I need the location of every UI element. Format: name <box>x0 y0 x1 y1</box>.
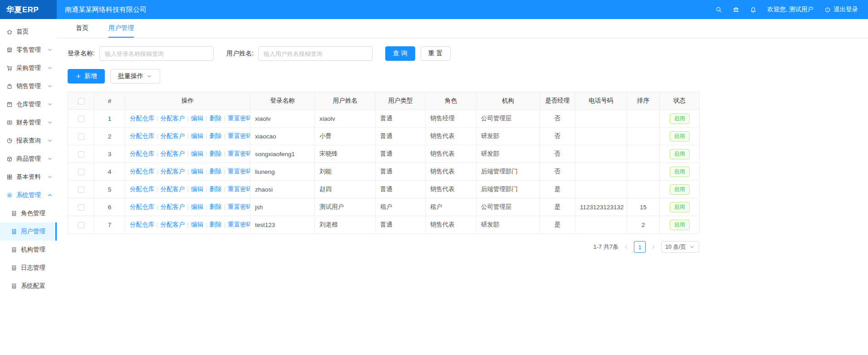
action-divider: | <box>187 115 189 122</box>
edit-link[interactable]: 编辑 <box>191 168 203 175</box>
status-badge[interactable]: 启用 <box>670 184 690 195</box>
tab-home[interactable]: 首页 <box>76 19 88 38</box>
reset-password-link[interactable]: 重置密码 <box>228 203 250 210</box>
delete-link[interactable]: 删除 <box>210 203 222 210</box>
sidebar-item-sales[interactable]: 销售管理 <box>0 77 57 95</box>
tab-user-management[interactable]: 用户管理 <box>108 19 134 38</box>
reset-password-link[interactable]: 重置密码 <box>228 133 250 139</box>
prev-page-button[interactable] <box>623 244 629 250</box>
cell-user-name: 刘能 <box>315 163 376 181</box>
cell-org: 公司管理层 <box>476 110 540 128</box>
bank-icon[interactable] <box>733 6 739 13</box>
assign-customer-link[interactable]: 分配客户 <box>161 115 185 122</box>
reset-password-link[interactable]: 重置密码 <box>228 150 250 157</box>
status-badge[interactable]: 启用 <box>670 131 690 142</box>
delete-link[interactable]: 删除 <box>210 186 222 192</box>
reset-password-link[interactable]: 重置密码 <box>228 221 250 228</box>
edit-link[interactable]: 编辑 <box>191 150 203 157</box>
cell-user-name: 赵四 <box>315 181 376 198</box>
delete-link[interactable]: 删除 <box>210 221 222 228</box>
reset-password-link[interactable]: 重置密码 <box>228 186 250 192</box>
cell-index: 7 <box>94 216 125 234</box>
reset-password-link[interactable]: 重置密码 <box>228 115 250 122</box>
delete-link[interactable]: 删除 <box>210 133 222 139</box>
sidebar-item-retail[interactable]: 零售管理 <box>0 41 57 59</box>
app-logo[interactable]: 华夏ERP <box>0 0 57 19</box>
login-name-label: 登录名称: <box>68 49 95 58</box>
batch-actions-button[interactable]: 批量操作 <box>110 69 160 84</box>
edit-link[interactable]: 编辑 <box>191 133 203 139</box>
assign-warehouse-link[interactable]: 分配仓库 <box>130 150 154 157</box>
action-divider: | <box>157 133 158 139</box>
assign-customer-link[interactable]: 分配客户 <box>161 203 185 210</box>
assign-customer-link[interactable]: 分配客户 <box>161 133 185 139</box>
chevron-down-icon <box>47 156 53 162</box>
status-badge[interactable]: 启用 <box>670 167 690 177</box>
login-name-input[interactable] <box>99 46 214 61</box>
sidebar-subitem-role[interactable]: 角色管理 <box>0 204 57 222</box>
row-checkbox[interactable] <box>78 222 84 228</box>
search-icon[interactable] <box>716 6 722 13</box>
row-checkbox[interactable] <box>78 187 84 193</box>
sidebar-subitem-config[interactable]: 系统配置 <box>0 277 57 295</box>
sidebar-item-purchase[interactable]: 采购管理 <box>0 59 57 77</box>
sidebar-item-basedata[interactable]: 基本资料 <box>0 168 57 186</box>
delete-link[interactable]: 删除 <box>210 150 222 157</box>
assign-customer-link[interactable]: 分配客户 <box>161 186 185 192</box>
assign-warehouse-link[interactable]: 分配仓库 <box>130 186 154 192</box>
select-all-checkbox[interactable] <box>78 98 84 104</box>
page-1-button[interactable]: 1 <box>634 241 646 253</box>
assign-customer-link[interactable]: 分配客户 <box>161 168 185 175</box>
status-badge[interactable]: 启用 <box>670 149 690 159</box>
bell-icon[interactable] <box>750 6 756 13</box>
sidebar-item-report[interactable]: 报表查询 <box>0 132 57 150</box>
row-checkbox[interactable] <box>78 151 84 158</box>
assign-warehouse-link[interactable]: 分配仓库 <box>130 221 154 228</box>
col-user-type: 用户类型 <box>376 92 426 110</box>
status-badge[interactable]: 启用 <box>670 220 690 230</box>
status-badge[interactable]: 启用 <box>670 202 690 212</box>
assign-warehouse-link[interactable]: 分配仓库 <box>130 115 154 122</box>
assign-warehouse-link[interactable]: 分配仓库 <box>130 168 154 175</box>
row-checkbox[interactable] <box>78 169 84 175</box>
user-name-label: 用户姓名: <box>226 49 254 58</box>
next-page-button[interactable] <box>650 244 657 250</box>
assign-warehouse-link[interactable]: 分配仓库 <box>130 203 154 210</box>
cell-sort <box>627 145 660 163</box>
sidebar-item-goods[interactable]: 商品管理 <box>0 150 57 168</box>
sidebar-item-home[interactable]: 首页 <box>0 23 57 41</box>
edit-link[interactable]: 编辑 <box>191 221 203 228</box>
add-button[interactable]: 新增 <box>68 69 105 84</box>
edit-link[interactable]: 编辑 <box>191 203 203 210</box>
delete-link[interactable]: 删除 <box>210 168 222 175</box>
sidebar-subitem-org[interactable]: 机构管理 <box>0 241 57 259</box>
main-layout: 首页零售管理采购管理销售管理仓库管理财务管理报表查询商品管理基本资料系统管理角色… <box>0 19 868 355</box>
row-checkbox[interactable] <box>78 116 84 122</box>
edit-link[interactable]: 编辑 <box>191 115 203 122</box>
sidebar-item-system[interactable]: 系统管理 <box>0 186 57 204</box>
cell-sort: 2 <box>627 216 660 234</box>
cell-user-type: 普通 <box>376 181 426 198</box>
reset-button[interactable]: 重 置 <box>421 46 451 61</box>
cell-login-name: test123 <box>250 216 315 234</box>
logout-button[interactable]: 退出登录 <box>824 5 858 14</box>
delete-link[interactable]: 删除 <box>210 115 222 122</box>
cell-is-manager: 是 <box>540 181 575 198</box>
sidebar-item-finance[interactable]: 财务管理 <box>0 113 57 132</box>
assign-customer-link[interactable]: 分配客户 <box>161 150 185 157</box>
cell-sort <box>627 110 660 128</box>
welcome-user[interactable]: 欢迎您, 测试用户 <box>767 5 814 14</box>
page-size-select[interactable]: 10 条/页 <box>661 241 699 253</box>
sidebar-subitem-log[interactable]: 日志管理 <box>0 259 57 277</box>
assign-warehouse-link[interactable]: 分配仓库 <box>130 133 154 139</box>
search-button[interactable]: 查 询 <box>385 46 415 61</box>
reset-password-link[interactable]: 重置密码 <box>228 168 250 175</box>
sidebar-item-warehouse[interactable]: 仓库管理 <box>0 95 57 113</box>
row-checkbox[interactable] <box>78 204 84 211</box>
status-badge[interactable]: 启用 <box>670 113 690 124</box>
sidebar-subitem-user[interactable]: 用户管理 <box>0 222 57 241</box>
user-name-input[interactable] <box>258 46 373 61</box>
edit-link[interactable]: 编辑 <box>191 186 203 192</box>
assign-customer-link[interactable]: 分配客户 <box>161 221 185 228</box>
row-checkbox[interactable] <box>78 133 84 140</box>
